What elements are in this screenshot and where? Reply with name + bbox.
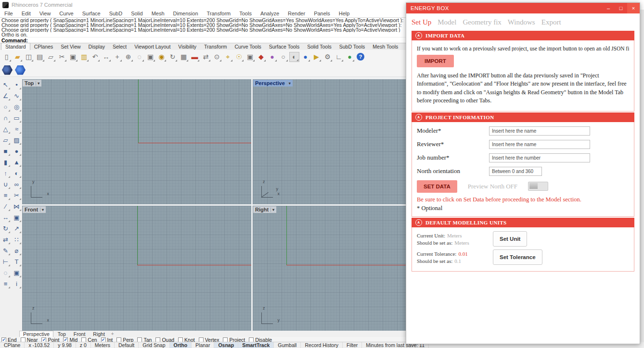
paste-icon[interactable]: ▥ (79, 52, 89, 62)
status-cell[interactable]: Gumball (274, 342, 301, 348)
viewport-tab[interactable]: Top (54, 331, 69, 337)
undo-icon[interactable]: ↶ (90, 52, 100, 62)
tab-windows[interactable]: Windows (508, 18, 535, 26)
tab-set-up[interactable]: Set Up (412, 18, 431, 26)
menu-item[interactable]: Edit (17, 11, 35, 16)
status-cell[interactable]: Record History (301, 342, 342, 348)
status-cell[interactable]: Grid Snap (139, 342, 169, 348)
curve-through-points-icon[interactable]: ≈ (12, 124, 22, 134)
properties-icon[interactable]: i (12, 279, 22, 289)
select-cursor-icon[interactable]: ▶ (311, 52, 322, 62)
open-folder-icon[interactable]: ▰ (13, 52, 23, 62)
import-button[interactable]: IMPORT (417, 55, 454, 67)
hide-icon[interactable]: ◌ (0, 268, 11, 278)
lightbulb-icon[interactable]: ☉ (234, 52, 244, 62)
hexagon-plugin-blue-icon[interactable] (15, 65, 26, 75)
lock-icon[interactable]: ▣ (12, 268, 22, 278)
point-icon[interactable]: • (12, 80, 22, 90)
ellipse-icon[interactable]: ◎ (12, 102, 22, 112)
pan-icon[interactable]: ↔ (101, 52, 111, 62)
copy-clipboard-icon[interactable]: ▱ (46, 52, 56, 62)
status-cell[interactable]: CPlane (0, 342, 25, 348)
tab-geometry-fix[interactable]: Geometry fix (463, 18, 501, 26)
cylinder-icon[interactable]: ▮ (0, 157, 11, 167)
status-cell[interactable]: Filter (343, 342, 362, 348)
viewport-top[interactable]: Top ▾ y x (22, 79, 251, 204)
viewport-tab[interactable]: Right (90, 331, 108, 337)
energy-box-titlebar[interactable]: ENERGY BOX –□× (406, 3, 640, 13)
join-icon[interactable]: ⋈ (12, 201, 22, 211)
toolbar-tab[interactable]: SubD Tools (335, 43, 369, 50)
toolbar-tab[interactable]: Standard (1, 43, 30, 50)
chevron-down-icon[interactable]: ▾ (36, 81, 39, 86)
menu-item[interactable]: Panels (309, 11, 335, 16)
cut-icon[interactable]: ✂ (57, 52, 67, 62)
toolbar-tab[interactable]: Surface Tools (265, 43, 303, 50)
chevron-down-icon[interactable]: ▾ (287, 81, 291, 86)
wireframe-sphere-icon[interactable]: ○ (278, 52, 288, 62)
toolbar-tab[interactable]: Select (109, 43, 130, 50)
text-icon[interactable]: T (12, 257, 22, 267)
color-wheel-icon[interactable]: ● (267, 52, 277, 62)
circle-icon[interactable]: ○ (0, 102, 11, 112)
curved-surface-icon[interactable]: ▨ (12, 135, 22, 145)
maximize-button[interactable]: □ (615, 3, 627, 13)
collapse-chevron-icon[interactable]: ∧ (415, 219, 422, 226)
menu-item[interactable]: Help (335, 11, 354, 16)
box-icon[interactable]: ■ (0, 146, 11, 156)
cursor-target-icon[interactable]: ⌖ (223, 52, 233, 62)
rendered-sphere-icon[interactable]: ● (300, 52, 310, 62)
toolbar-tab[interactable]: Display (85, 43, 109, 50)
menu-item[interactable]: Surface (78, 11, 105, 16)
rectangle-icon[interactable]: ▭ (12, 113, 22, 123)
collapse-chevron-icon[interactable]: ∧ (415, 114, 422, 121)
status-cell[interactable]: Meters (91, 342, 115, 348)
extrude-icon[interactable]: ↑ (0, 168, 11, 178)
tab-export[interactable]: Export (541, 18, 561, 26)
set-data-button[interactable]: SET DATA (417, 180, 457, 193)
modeler-field[interactable] (489, 126, 590, 136)
menu-item[interactable]: Analyze (256, 11, 283, 16)
copy-icon[interactable]: ▣ (12, 212, 22, 223)
viewport-layout-icon[interactable]: ▦ (179, 52, 189, 62)
project-information-header[interactable]: ∧ PROJECT INFORMATION (412, 112, 634, 122)
set-tolerance-button[interactable]: Set Tolerance (493, 249, 542, 265)
help-icon[interactable]: ? (357, 53, 364, 61)
blend-icon[interactable]: ∞ (12, 179, 22, 189)
toolbar-tab[interactable]: Visibility (174, 43, 200, 50)
zoom-window-icon[interactable]: ▣ (145, 52, 155, 62)
default-units-header[interactable]: ∧ DEFAULT MODELLING UNITS (412, 218, 634, 227)
offset-icon[interactable]: ≡ (0, 190, 11, 200)
measure-icon[interactable]: ⌀ (12, 246, 22, 256)
menu-item[interactable]: Solid (127, 11, 147, 16)
select-arrow-icon[interactable]: ↖ (0, 80, 11, 90)
lock-icon[interactable]: ▣ (245, 52, 255, 62)
save-icon[interactable]: ◫ (24, 52, 34, 62)
split-icon[interactable]: ∕ (0, 201, 11, 211)
import-data-header[interactable]: ∧ IMPORT DATA (412, 31, 634, 40)
tab-model[interactable]: Model (438, 18, 456, 26)
viewport-label-front[interactable]: Front ▾ (23, 206, 46, 213)
cone-icon[interactable]: ▲ (12, 157, 22, 167)
sphere-icon[interactable]: ● (12, 146, 22, 156)
status-cell[interactable]: y 9.98 (54, 342, 76, 348)
toolbar-tab[interactable]: Set View (57, 43, 84, 50)
array-icon[interactable]: ∷ (12, 235, 22, 245)
mirror-icon[interactable]: ⇄ (0, 235, 11, 245)
status-cell[interactable]: x -103.52 (25, 342, 54, 348)
status-cell[interactable]: z 0 (76, 342, 91, 348)
viewport-label-top[interactable]: Top ▾ (23, 80, 41, 87)
boolean-icon[interactable]: ◐ (12, 168, 22, 178)
menu-item[interactable]: Transform (203, 11, 235, 16)
scale-icon[interactable]: ↗ (12, 224, 22, 234)
viewport-label-right[interactable]: Right ▾ (253, 206, 276, 213)
car-icon[interactable]: ▬ (190, 52, 200, 62)
fillet-icon[interactable]: ∪ (0, 179, 11, 189)
set-unit-button[interactable]: Set Unit (493, 231, 527, 247)
print-icon[interactable]: ▤ (35, 52, 45, 62)
minimize-button[interactable]: – (602, 3, 615, 13)
menu-item[interactable]: View (35, 11, 55, 16)
status-cell[interactable]: Planar (192, 342, 214, 348)
toolbar-tab[interactable]: Solid Tools (303, 43, 335, 50)
toolbar-tab[interactable]: Viewport Layout (130, 43, 174, 50)
